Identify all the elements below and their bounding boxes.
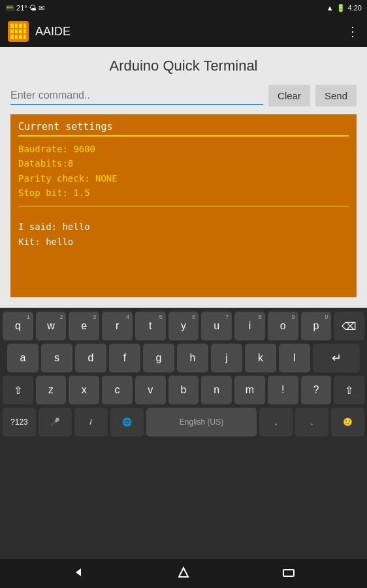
- key-y[interactable]: 6y: [168, 312, 199, 340]
- key-v[interactable]: v: [135, 376, 166, 404]
- key-t[interactable]: 5t: [135, 312, 166, 340]
- keyboard-row-2: a s d f g h j k l ↵: [3, 344, 364, 372]
- key-i[interactable]: 8i: [234, 312, 265, 340]
- key-n[interactable]: n: [201, 376, 232, 404]
- menu-icon[interactable]: ⋮: [346, 24, 359, 39]
- command-input[interactable]: [10, 87, 263, 105]
- keyboard-row-3: ⇧ z x c v b n m ! ? ⇧: [3, 376, 364, 404]
- status-time: 4:20: [348, 4, 362, 12]
- setting-databits: Databits:8: [18, 156, 349, 171]
- nav-recent-button[interactable]: [269, 562, 308, 586]
- keyboard-area: 1q 2w 3e 4r 5t 6y 7u 8i 9o 0p ⌫ a s d f …: [0, 308, 367, 559]
- key-m[interactable]: m: [234, 376, 265, 404]
- key-enter[interactable]: ↵: [313, 344, 360, 372]
- terminal-settings-divider: [18, 206, 349, 206]
- terminal-output: Current settings Baudrate: 9600 Databits…: [10, 114, 357, 297]
- wifi-icon: ▲: [327, 4, 334, 12]
- key-g[interactable]: g: [143, 344, 174, 372]
- terminal-divider: [18, 135, 349, 137]
- status-icons: 📟 21° 🌤 ✉: [5, 4, 44, 12]
- message-received: Kit: hello: [18, 235, 349, 250]
- key-mic[interactable]: 🎤: [39, 408, 72, 436]
- setting-parity: Parity check: NONE: [18, 171, 349, 186]
- setting-baudrate: Baudrate: 9600: [18, 142, 349, 156]
- svg-marker-0: [76, 568, 81, 576]
- key-q[interactable]: 1q: [3, 312, 33, 340]
- key-period[interactable]: .: [295, 408, 328, 436]
- nav-back-button[interactable]: [59, 561, 98, 587]
- key-emoji[interactable]: 🙂: [331, 408, 364, 436]
- nav-home-button[interactable]: [164, 561, 203, 587]
- key-globe[interactable]: 🌐: [110, 408, 144, 436]
- key-k[interactable]: k: [245, 344, 276, 372]
- keyboard-row-1: 1q 2w 3e 4r 5t 6y 7u 8i 9o 0p ⌫: [3, 312, 364, 340]
- key-numbers[interactable]: ?123: [3, 408, 36, 436]
- key-shift-left[interactable]: ⇧: [3, 376, 33, 404]
- key-b[interactable]: b: [168, 376, 199, 404]
- key-space[interactable]: English (US): [146, 408, 257, 436]
- toolbar-left: AAIDE: [8, 21, 71, 42]
- key-o[interactable]: 9o: [268, 312, 298, 340]
- message-sent: I said: hello: [18, 220, 349, 235]
- key-c[interactable]: c: [102, 376, 133, 404]
- key-j[interactable]: j: [211, 344, 242, 372]
- key-z[interactable]: z: [36, 376, 67, 404]
- status-right: ▲ 🔋 4:20: [327, 4, 362, 12]
- key-s[interactable]: s: [41, 344, 72, 372]
- key-a[interactable]: a: [7, 344, 39, 372]
- terminal-settings: Baudrate: 9600 Databits:8 Parity check: …: [18, 142, 349, 201]
- clear-button[interactable]: Clear: [268, 85, 310, 106]
- key-h[interactable]: h: [177, 344, 208, 372]
- app-name: AAIDE: [35, 25, 71, 39]
- key-comma[interactable]: ,: [259, 408, 293, 436]
- setting-stopbit: Stop bit: 1.5: [18, 186, 349, 200]
- battery-icon: 🔋: [336, 4, 345, 12]
- key-f[interactable]: f: [109, 344, 140, 372]
- key-x[interactable]: x: [69, 376, 99, 404]
- app-icon: [8, 21, 29, 42]
- key-w[interactable]: 2w: [36, 312, 67, 340]
- svg-marker-1: [179, 568, 188, 577]
- key-p[interactable]: 0p: [301, 312, 332, 340]
- key-l[interactable]: l: [279, 344, 310, 372]
- main-content: Arduino Quick Terminal Clear Send Curren…: [0, 47, 367, 308]
- key-e[interactable]: 3e: [69, 312, 99, 340]
- page-title: Arduino Quick Terminal: [10, 57, 357, 74]
- key-question[interactable]: ?: [301, 376, 332, 404]
- key-slash[interactable]: /: [74, 408, 108, 436]
- keyboard-row-4: ?123 🎤 / 🌐 English (US) , . 🙂: [3, 408, 364, 436]
- command-row: Clear Send: [10, 85, 357, 106]
- key-d[interactable]: d: [75, 344, 106, 372]
- key-exclaim[interactable]: !: [268, 376, 298, 404]
- app-toolbar: AAIDE ⋮: [0, 16, 367, 47]
- key-shift-right[interactable]: ⇧: [334, 376, 364, 404]
- status-left: 📟 21° 🌤 ✉: [5, 4, 44, 12]
- key-backspace[interactable]: ⌫: [334, 312, 364, 340]
- status-bar: 📟 21° 🌤 ✉ ▲ 🔋 4:20: [0, 0, 367, 16]
- svg-rect-2: [283, 570, 294, 576]
- key-r[interactable]: 4r: [102, 312, 133, 340]
- send-button[interactable]: Send: [315, 85, 357, 106]
- key-u[interactable]: 7u: [201, 312, 232, 340]
- terminal-header: Current settings: [18, 121, 349, 133]
- terminal-messages: I said: hello Kit: hello: [18, 220, 349, 251]
- nav-bar: [0, 559, 367, 588]
